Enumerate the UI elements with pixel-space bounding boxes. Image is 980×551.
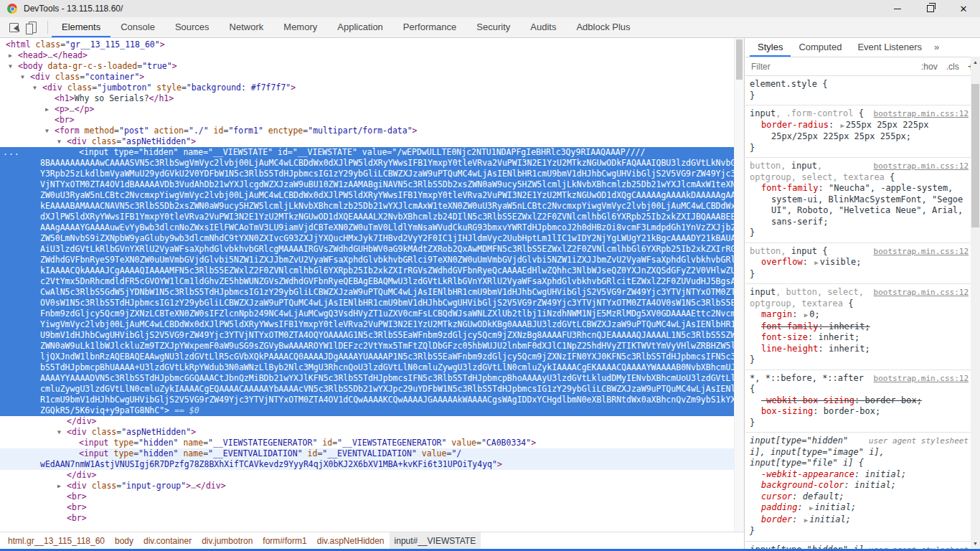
- css-declaration[interactable]: cursor: default;: [750, 491, 969, 503]
- collapse-arrow-icon[interactable]: ▼: [33, 83, 42, 93]
- stylesheet-source-link[interactable]: bootstrap.min.css:12: [874, 108, 969, 120]
- restore-button[interactable]: [914, 0, 947, 17]
- breadcrumb-item[interactable]: div.aspNetHidden: [312, 532, 390, 549]
- dom-tree-row[interactable]: bS5TdHJpbmcpBhUAAAA+U3lzdGVtLkRpYWdub3N0…: [0, 362, 735, 373]
- style-rule[interactable]: bootstrap.min.css:12button, input {overf…: [745, 243, 971, 285]
- device-toolbar-button[interactable]: [23, 19, 42, 36]
- dom-tree-row[interactable]: AAAAYYAAAADVN5c3RlbS5TdHJpbmcGGQAAACtJbn…: [0, 373, 735, 384]
- css-declaration[interactable]: -webkit-box-sizing: border-box;: [750, 395, 969, 407]
- css-declaration[interactable]: font-family: inherit;: [750, 321, 969, 333]
- rule-selector[interactable]: bootstrap.min.css:12*, *::before, *::aft…: [750, 373, 969, 395]
- dom-tree-row[interactable]: ▶<p>…</p>: [0, 104, 735, 115]
- css-declaration[interactable]: -webkit-appearance: initial;: [750, 469, 969, 481]
- breadcrumb-item[interactable]: form#form1: [258, 532, 311, 549]
- more-tabs-icon[interactable]: »: [930, 38, 943, 57]
- dom-tree-row[interactable]: kEAAAABAMAAACNAVN5c3RlbS5Db2xsZWN0aW9ucy…: [0, 201, 735, 212]
- tab-elements[interactable]: Elements: [52, 17, 110, 37]
- dom-tree-row[interactable]: <input type="hidden" name="__EVENTVALIDA…: [0, 448, 735, 459]
- stylesheet-source-link[interactable]: bootstrap.min.css:12: [874, 246, 969, 258]
- tab-network[interactable]: Network: [220, 17, 274, 37]
- style-rule[interactable]: user agent stylesheetinput[type="hidden"…: [745, 433, 971, 542]
- dom-tree-row[interactable]: </div>: [0, 416, 735, 427]
- dom-tree-row[interactable]: 8BAAAAAAAAAAwCAAAASVN5c3RlbSwgVmVyc2lvbj…: [0, 158, 735, 169]
- toggle-hover-state-button[interactable]: :hov: [921, 62, 938, 72]
- breadcrumb-item[interactable]: html.gr__13_115_118_60: [3, 532, 110, 549]
- expand-value-icon[interactable]: ▶: [814, 259, 818, 266]
- breadcrumb-item[interactable]: body: [110, 532, 138, 549]
- breadcrumb-item[interactable]: div.container: [138, 532, 197, 549]
- css-declaration[interactable]: box-sizing: border-box;: [750, 406, 969, 418]
- style-rule[interactable]: element.style {}: [745, 76, 971, 105]
- dom-tree-row[interactable]: VjNTYxOTM0ZTA4OV1dBAAAAAVDb3VudAhDb21wYX…: [0, 179, 735, 190]
- rule-selector[interactable]: user agent stylesheetinput[type="hidden"…: [750, 435, 969, 469]
- tab-memory[interactable]: Memory: [273, 17, 327, 37]
- dom-tree-row[interactable]: ▼<form method="post" action="./" id="for…: [0, 126, 735, 136]
- dom-tree-row[interactable]: dXJlPW5ldXRyYWwsIFB1YmxpY0tleVRva2VuPWI3…: [0, 212, 735, 222]
- dom-tree-row[interactable]: <br>: [0, 491, 735, 502]
- dom-tree-row[interactable]: ▼<body data-gr-c-s-loaded="true">: [0, 61, 735, 72]
- style-rule[interactable]: user agent stylesheetinput[type="hidden"…: [745, 542, 971, 550]
- tab-event-listeners[interactable]: Event Listeners: [849, 38, 930, 57]
- minimize-button[interactable]: [881, 0, 914, 17]
- css-declaration[interactable]: padding: ▶initial;: [750, 502, 969, 514]
- rule-selector[interactable]: bootstrap.min.css:12button, input, optgr…: [750, 161, 969, 183]
- elements-scrollbar-thumb[interactable]: [736, 39, 743, 80]
- tab-console[interactable]: Console: [110, 17, 165, 37]
- rule-selector[interactable]: bootstrap.min.css:12input, .form-control…: [750, 108, 969, 120]
- collapse-arrow-icon[interactable]: ▼: [57, 136, 67, 147]
- expand-value-icon[interactable]: ▶: [804, 517, 808, 524]
- css-declaration[interactable]: overflow: ▶visible;: [750, 257, 969, 269]
- style-rule[interactable]: bootstrap.min.css:12input, button, selec…: [745, 284, 971, 370]
- dom-tree-row[interactable]: ZWdhdGVFbnRyeS9TeXN0ZW0uUmVmbGVjdGlvbi5N…: [0, 255, 735, 265]
- css-declaration[interactable]: font-size: inherit;: [750, 332, 969, 344]
- dom-tree-row[interactable]: ▼<div class="aspNetHidden">: [0, 136, 735, 147]
- expand-value-icon[interactable]: ▶: [809, 504, 813, 512]
- stylesheet-source-link[interactable]: bootstrap.min.css:12: [874, 161, 969, 172]
- tab-sources[interactable]: Sources: [165, 17, 220, 37]
- stylesheet-source-link[interactable]: user agent stylesheet: [869, 435, 969, 447]
- css-declaration[interactable]: border: ▶initial;: [750, 514, 969, 527]
- collapse-arrow-icon[interactable]: ▼: [45, 126, 55, 136]
- tab-audits[interactable]: Audits: [520, 17, 566, 37]
- dom-tree-row[interactable]: <input type="hidden" name="__VIEWSTATEGE…: [0, 438, 735, 448]
- breadcrumb-item[interactable]: div.jumbotron: [197, 532, 258, 549]
- dom-tree-row[interactable]: ljQXJndW1lbnRzAQEBAQEAAwgNU3lzdGVtLlR5cG…: [0, 352, 735, 362]
- dom-tree-row[interactable]: ZWN0aW9uLk1lbWJlckluZm9TZXJpYWxpemF0aW9u…: [0, 341, 735, 352]
- dom-tree-row[interactable]: AiU3lzdGVtLkRlbGVnYXRlU2VyaWFsaXphdGlvbk…: [0, 244, 735, 255]
- dom-tree-row[interactable]: ▼<div class="jumbotron" style="backgroun…: [0, 83, 735, 93]
- dom-tree-row[interactable]: ...<input type="hidden" name="__VIEWSTAT…: [0, 147, 735, 158]
- close-button[interactable]: ✕: [947, 0, 980, 17]
- toggle-classes-button[interactable]: .cls: [946, 62, 959, 72]
- dom-tree-row[interactable]: ZW50LmNvbS9iZXNpbW9yaGluby9wb3dlcmNhdC9t…: [0, 233, 735, 244]
- dom-tree-row[interactable]: CwAlN5c3RlbS5GdW5jYDNbW1N5c3RlbS5TdHJpbm…: [0, 287, 735, 298]
- dom-tree-row[interactable]: kIAAAACQkAAAAJCgAAAAQIAAAAMFN5c3RlbS5EZW…: [0, 265, 735, 276]
- elements-scrollbar[interactable]: [734, 38, 744, 532]
- css-declaration[interactable]: font-family: "Neucha", -apple-system, sy…: [750, 183, 969, 227]
- scroll-up-icon[interactable]: ▲: [971, 57, 980, 67]
- tab-computed[interactable]: Computed: [791, 38, 849, 57]
- styles-filter-input[interactable]: [750, 61, 913, 72]
- css-declaration[interactable]: background-color: initial;: [750, 480, 969, 491]
- styles-scrollbar-thumb[interactable]: [971, 84, 979, 227]
- tab-application[interactable]: Application: [327, 17, 393, 37]
- dom-tree-row[interactable]: Y3Rpb25zLkdlbmVyaWMuU29ydGVkU2V0YDFbW1N5…: [0, 169, 735, 179]
- dom-tree-row[interactable]: <br>: [0, 513, 735, 524]
- css-declaration[interactable]: margin: ▶0;: [750, 309, 969, 321]
- dom-tree-row[interactable]: <br>: [0, 502, 735, 513]
- rule-selector[interactable]: bootstrap.min.css:12input, button, selec…: [750, 287, 969, 309]
- dom-tree-row[interactable]: ZGQkR5/5K6viq+y9paTG8NhC"> == $0: [0, 405, 735, 416]
- inspect-element-button[interactable]: [4, 19, 23, 36]
- dom-tree-row[interactable]: ▶<div class="input-group">…</div>: [0, 481, 735, 491]
- tab-styles[interactable]: Styles: [750, 38, 791, 57]
- dom-tree-row[interactable]: <br>: [0, 115, 735, 126]
- dom-tree-row[interactable]: OV0sW1N5c3RlbS5TdHJpbmcsIG1zY29ybGliLCBW…: [0, 298, 735, 309]
- dom-tree-row[interactable]: R1cmU9bmV1dHJhbCwgUHVibGljS2V5VG9rZW49Yj…: [0, 395, 735, 405]
- dom-tree-row[interactable]: ▼<div class="container">: [0, 72, 735, 83]
- expand-arrow-icon[interactable]: ▶: [45, 104, 55, 115]
- style-rule[interactable]: bootstrap.min.css:12*, *::before, *::aft…: [745, 370, 971, 433]
- breadcrumb-item[interactable]: input#__VIEWSTATE: [390, 532, 481, 549]
- dom-tree-row[interactable]: AAAgAAAAYGAAAAuwEvYyBwb3dlcnNoZWxsIElFWC…: [0, 222, 735, 233]
- styles-scrollbar[interactable]: ▲ ▼: [971, 57, 980, 549]
- dom-tree-row[interactable]: <html class="gr__13_115_118_60">: [0, 39, 735, 50]
- dom-tree-row[interactable]: cmluZywgU3lzdGVtLlN0cmluZykIAAAACgEQAAAA…: [0, 384, 735, 395]
